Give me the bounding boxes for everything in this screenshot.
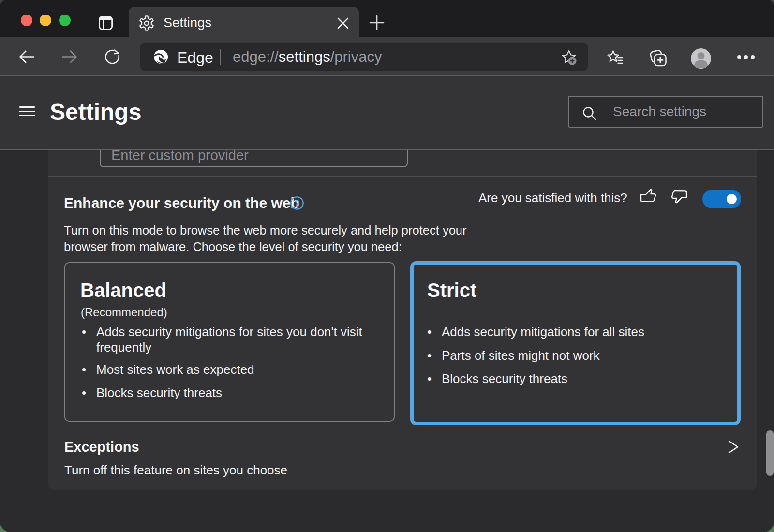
svg-text:?: ? [294,198,300,208]
